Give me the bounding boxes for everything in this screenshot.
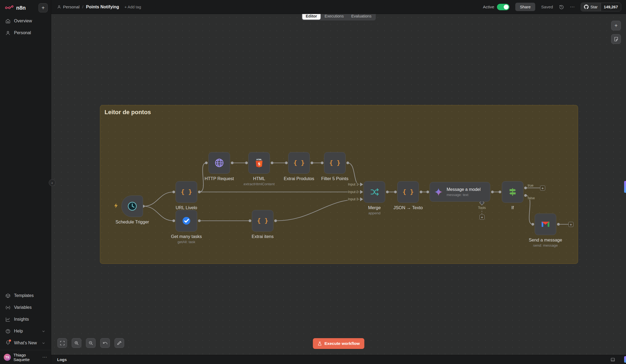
node-extrai-produtos[interactable]: { } <box>288 152 310 174</box>
ai-assistant-corner-tab[interactable] <box>624 356 626 363</box>
node-label: If <box>483 205 542 210</box>
node-label: URL Livelo <box>157 205 216 210</box>
sidebar-item-label: Overview <box>14 19 32 23</box>
code-icon: { } <box>257 215 268 226</box>
sidebar-collapse-handle[interactable]: ‹ <box>49 179 55 186</box>
help-circle-icon <box>5 329 11 334</box>
canvas-toolbar <box>57 338 124 348</box>
sidebar-item-label: Templates <box>14 293 34 298</box>
zoom-in-button[interactable] <box>72 338 81 348</box>
node-merge[interactable] <box>364 181 385 203</box>
variables-icon <box>5 305 11 310</box>
code-icon: { } <box>294 158 304 168</box>
ai-assistant-tab[interactable] <box>624 181 626 193</box>
create-workflow-button[interactable]: + <box>39 3 48 12</box>
node-extrai-itens[interactable]: { } <box>252 210 273 232</box>
workflow-history-button[interactable] <box>559 4 564 9</box>
node-filter-5-points[interactable]: { } <box>324 152 346 174</box>
code-icon: { } <box>329 158 340 168</box>
zoom-to-fit-button[interactable] <box>57 338 67 348</box>
undo-icon <box>103 341 108 346</box>
tools-add-node-button[interactable]: + <box>479 215 485 220</box>
node-json-texto[interactable]: { } <box>397 181 419 203</box>
execute-workflow-label: Execute workflow <box>325 341 360 346</box>
sidebar-item-whats-new[interactable]: What's New <box>0 337 51 349</box>
github-star-widget[interactable]: Star 149,267 <box>581 3 621 11</box>
svg-text:{ }: { } <box>257 217 268 224</box>
if-true-add-node-button[interactable]: + <box>540 186 545 191</box>
node-label: Extrai itens <box>233 234 292 239</box>
sidebar-header: n8n + <box>0 0 51 15</box>
node-label: Get many tasks <box>157 234 216 239</box>
sticky-note-title: Leitor de pontos <box>105 109 573 116</box>
sidebar-item-overview[interactable]: Overview <box>0 15 51 27</box>
globe-icon <box>214 158 224 168</box>
sidebar-item-label: Personal <box>14 30 31 35</box>
trigger-bolt-icon <box>113 203 119 210</box>
svg-text:HTML: HTML <box>256 158 262 161</box>
sidebar-bottom-nav: Templates Variables Insights Help Wh <box>0 290 51 349</box>
send-message-add-node-button[interactable]: + <box>568 222 573 227</box>
workflow-title[interactable]: Points Notifying <box>86 5 119 9</box>
svg-text:{ }: { } <box>294 159 304 166</box>
user-icon <box>5 30 11 36</box>
package-icon <box>5 293 11 298</box>
user-icon <box>57 5 61 9</box>
svg-text:{ }: { } <box>181 188 192 195</box>
sidebar: n8n + Overview Personal Templates Variab… <box>0 0 51 364</box>
panel-bottom-icon <box>610 357 615 362</box>
history-icon <box>559 4 564 9</box>
breadcrumb-project[interactable]: Personal <box>57 5 79 9</box>
workflow-menu-button[interactable]: ⋯ <box>570 4 575 10</box>
sidebar-item-templates[interactable]: Templates <box>0 290 51 302</box>
sidebar-item-insights[interactable]: Insights <box>0 313 51 325</box>
sticky-note-icon <box>614 37 619 42</box>
node-send-a-message[interactable] <box>535 214 556 235</box>
svg-text:{ }: { } <box>403 188 413 195</box>
breadcrumb-separator: / <box>82 5 83 9</box>
user-more-icon[interactable]: ⋯ <box>42 354 47 360</box>
merge-icon <box>369 187 380 197</box>
add-tag-button[interactable]: + Add tag <box>124 5 141 9</box>
github-star-button[interactable]: Star <box>581 3 601 11</box>
node-message-a-model[interactable]: Message a model message: text <box>430 182 490 202</box>
topbar: Personal / Points Notifying + Add tag Ac… <box>51 0 626 14</box>
n8n-logo[interactable]: n8n <box>5 5 26 11</box>
tidy-up-button[interactable] <box>114 338 124 348</box>
svg-text:{ }: { } <box>329 159 340 166</box>
add-node-button[interactable]: + <box>611 21 621 30</box>
node-url-livelo[interactable]: { } <box>176 181 197 203</box>
node-schedule-trigger[interactable] <box>121 195 143 217</box>
workflow-active-toggle[interactable] <box>497 4 509 10</box>
node-http-request[interactable] <box>208 152 230 174</box>
fit-view-icon <box>60 341 65 346</box>
user-menu[interactable]: TS Thiago Saquette ⋯ <box>0 350 51 364</box>
app-name: n8n <box>16 5 26 11</box>
node-sublabel: getAll: task <box>157 240 216 244</box>
node-html[interactable]: HTML 5 <box>248 152 270 174</box>
saved-status: Saved <box>541 5 553 9</box>
execute-workflow-button[interactable]: Execute workflow <box>313 338 364 349</box>
share-button[interactable]: Share <box>515 3 535 11</box>
zoom-out-button[interactable] <box>86 338 96 348</box>
n8n-logo-icon <box>5 5 14 10</box>
sidebar-item-label: Variables <box>14 305 32 310</box>
bell-icon <box>5 340 11 346</box>
node-get-many-tasks[interactable] <box>176 210 197 232</box>
toggle-knob <box>504 5 509 9</box>
home-icon <box>5 19 11 24</box>
zoom-in-icon <box>74 341 79 346</box>
sidebar-item-help[interactable]: Help <box>0 325 51 337</box>
open-logs-panel-button[interactable] <box>610 357 615 362</box>
svg-text:5: 5 <box>258 162 260 166</box>
sidebar-item-variables[interactable]: Variables <box>0 302 51 313</box>
github-star-label: Star <box>590 5 598 9</box>
flask-icon <box>318 341 322 346</box>
notification-dot <box>9 340 11 342</box>
sidebar-item-personal[interactable]: Personal <box>0 27 51 39</box>
add-sticky-note-button[interactable] <box>611 34 621 44</box>
github-icon <box>584 5 589 9</box>
logs-panel-header[interactable]: Logs <box>51 355 626 364</box>
undo-button[interactable] <box>100 338 110 348</box>
node-if[interactable] <box>502 181 523 203</box>
